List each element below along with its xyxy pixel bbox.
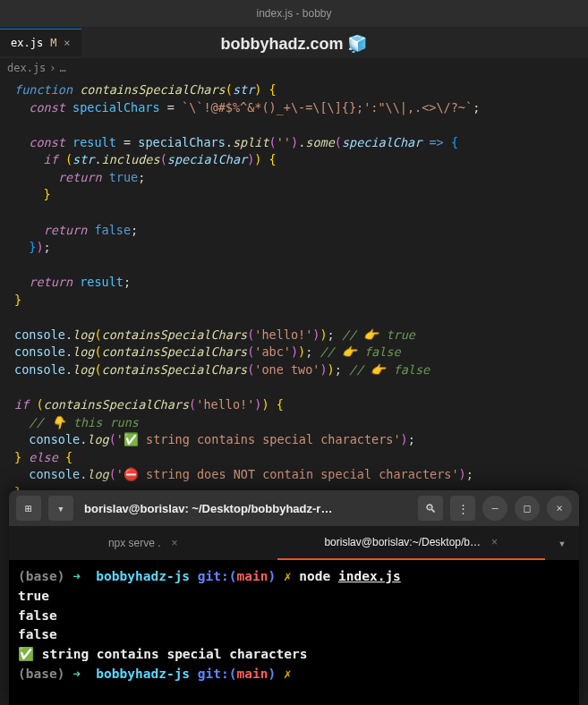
param: str	[233, 82, 254, 97]
command-arg: index.js	[338, 569, 401, 583]
prompt-arrow: ➜	[72, 667, 81, 681]
method: log	[72, 327, 94, 342]
operator: =	[167, 100, 175, 115]
method: log	[72, 362, 94, 377]
close-button[interactable]: ×	[547, 496, 572, 521]
chevron-right-icon: ›	[49, 62, 55, 74]
string: 'abc'	[254, 344, 291, 359]
tab-filename: ex.js	[11, 37, 43, 49]
fn-call: containsSpecialChars	[102, 327, 248, 342]
param: specialChar	[342, 135, 422, 149]
comment: // 👉️ false	[320, 344, 400, 359]
method: split	[233, 135, 269, 149]
window-title: index.js - bobby	[256, 7, 331, 20]
chevron-down-icon[interactable]: ▾	[545, 526, 579, 560]
terminal-titlebar: ⊞ ▾ borislav@borislav: ~/Desktop/bobbyha…	[9, 490, 579, 526]
keyword: else	[29, 450, 58, 464]
terminal-tab[interactable]: npx serve . ×	[9, 526, 277, 560]
output-line: false	[18, 608, 57, 623]
tab-label: npx serve .	[108, 537, 161, 549]
maximize-button[interactable]: □	[515, 496, 540, 521]
menu-icon[interactable]: ⋮	[450, 496, 475, 521]
watermark-overlay: bobbyhadz.com 🧊	[220, 34, 367, 54]
method: some	[305, 135, 335, 149]
terminal-window: ⊞ ▾ borislav@borislav: ~/Desktop/bobbyha…	[9, 490, 579, 705]
arrow: =>	[429, 135, 443, 149]
git-dirty-icon: ✗	[284, 569, 292, 583]
console: console	[14, 327, 65, 342]
breadcrumb-file: dex.js	[7, 62, 46, 74]
keyword: return	[58, 170, 102, 184]
code-editor[interactable]: function containsSpecialChars(str) { con…	[0, 78, 588, 509]
window-title-bar: index.js - bobby	[0, 0, 588, 27]
prompt-dir: bobbyhadz-js	[96, 569, 190, 583]
new-tab-button[interactable]: ⊞	[16, 496, 41, 521]
prompt-base: (base)	[18, 569, 64, 583]
terminal-output[interactable]: (base) ➜ bobbyhadz-js git:(main) ✗ node …	[9, 560, 579, 692]
string: 'one two'	[254, 362, 320, 377]
tab-modified-indicator: M	[50, 37, 56, 49]
variable: specialChars	[72, 100, 160, 115]
method: log	[87, 467, 108, 481]
operator: =	[124, 135, 131, 149]
prompt-dir: bobbyhadz-js	[96, 667, 190, 681]
tab-label: borislav@borislav:~/Desktop/b…	[324, 536, 481, 548]
close-icon[interactable]: ×	[64, 37, 70, 49]
brace: {	[269, 82, 277, 97]
string: '⛔️ string does NOT contain special char…	[116, 467, 459, 481]
variable: result	[80, 275, 124, 289]
git-branch: main	[236, 667, 268, 681]
method: log	[72, 344, 94, 359]
object: specialChars	[138, 135, 226, 149]
comment: // 👇️ this runs	[29, 415, 139, 429]
boolean: true	[109, 170, 139, 184]
git-dirty-icon: ✗	[284, 667, 292, 681]
console: console	[14, 362, 65, 377]
editor-tab-active[interactable]: ex.js M ×	[0, 29, 81, 56]
function-name: containsSpecialChars	[80, 82, 226, 97]
git-branch: main	[236, 569, 268, 583]
comment: // 👉️ true	[342, 327, 415, 342]
output-line: false	[18, 627, 57, 641]
brace: }	[14, 293, 21, 307]
breadcrumb[interactable]: dex.js › …	[0, 58, 588, 78]
prompt-base: (base)	[18, 667, 64, 681]
search-icon[interactable]: 🔍︎	[418, 496, 443, 521]
dropdown-icon[interactable]: ▾	[48, 496, 73, 521]
terminal-tab-active[interactable]: borislav@borislav:~/Desktop/b… ×	[277, 526, 546, 560]
comment: // 👉️ false	[349, 362, 430, 377]
string: 'hello!'	[196, 397, 254, 412]
brace: }	[44, 187, 51, 201]
keyword: if	[44, 152, 58, 166]
fn-call: containsSpecialChars	[102, 344, 248, 359]
boolean: false	[94, 223, 131, 237]
prompt-git: git:	[198, 569, 229, 583]
method: includes	[102, 152, 160, 166]
keyword: return	[44, 223, 88, 237]
breadcrumb-more: …	[60, 62, 66, 74]
output-line: true	[18, 589, 49, 603]
paren: (	[226, 82, 233, 97]
minimize-button[interactable]: –	[482, 496, 507, 521]
semicolon: ;	[473, 100, 480, 115]
console: console	[29, 432, 80, 446]
command: node	[299, 569, 330, 583]
prompt-git: git:	[198, 667, 229, 681]
paren: )	[254, 82, 261, 97]
prompt-arrow: ➜	[72, 569, 81, 583]
close-icon[interactable]: ×	[172, 537, 178, 549]
terminal-tabs: npx serve . × borislav@borislav:~/Deskto…	[9, 526, 579, 560]
keyword: const	[29, 135, 65, 149]
brace: {	[269, 152, 277, 166]
param: specialChar	[167, 152, 247, 166]
close-icon[interactable]: ×	[491, 536, 498, 548]
method: log	[87, 432, 108, 446]
keyword: return	[29, 275, 72, 289]
fn-call: containsSpecialChars	[44, 397, 190, 412]
brace: {	[451, 135, 458, 149]
terminal-title: borislav@borislav: ~/Desktop/bobbyhadz-r…	[81, 502, 411, 515]
console: console	[29, 467, 80, 481]
string: 'hello!'	[254, 327, 312, 342]
keyword: function	[14, 82, 72, 97]
string: '✅ string contains special characters'	[116, 432, 401, 446]
